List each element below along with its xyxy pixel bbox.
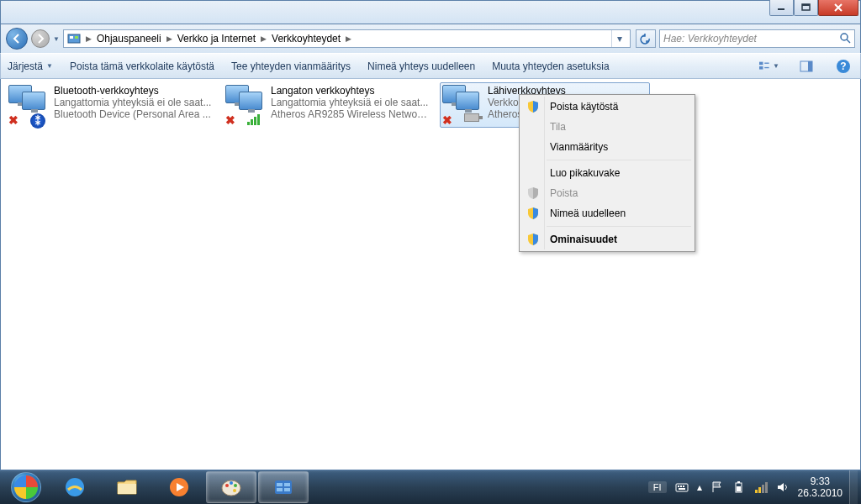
preview-pane-button[interactable] bbox=[796, 57, 816, 76]
menu-rename[interactable]: Nimeä uudelleen bbox=[521, 203, 693, 223]
svg-point-20 bbox=[230, 481, 233, 485]
breadcrumb-item[interactable]: Ohjauspaneeli bbox=[97, 33, 161, 45]
svg-rect-16 bbox=[118, 484, 136, 494]
connection-icon: ✖ bbox=[225, 85, 266, 125]
connection-name: Langaton verkkoyhteys bbox=[271, 85, 430, 97]
taskbar: FI ▴ 9:33 26.3.2010 bbox=[0, 470, 861, 504]
svg-point-6 bbox=[841, 34, 848, 40]
svg-rect-32 bbox=[679, 488, 685, 490]
bluetooth-icon: ⁑ bbox=[30, 113, 45, 125]
disconnected-x-icon: ✖ bbox=[225, 113, 237, 125]
tray-time: 9:33 bbox=[798, 475, 843, 487]
volume-icon[interactable] bbox=[776, 480, 790, 494]
chevron-down-icon: ▼ bbox=[46, 62, 53, 70]
svg-rect-31 bbox=[683, 486, 684, 487]
svg-rect-5 bbox=[75, 36, 78, 39]
diagnose-button[interactable]: Tee yhteyden vianmääritys bbox=[231, 60, 351, 72]
connection-device: Atheros AR9285 Wireless Network... bbox=[271, 108, 430, 120]
svg-rect-36 bbox=[755, 490, 758, 493]
disconnected-x-icon: ✖ bbox=[8, 113, 20, 125]
menu-diagnose[interactable]: Vianmääritys bbox=[521, 137, 693, 157]
search-input[interactable]: Hae: Verkkoyhteydet bbox=[659, 29, 855, 48]
svg-rect-8 bbox=[759, 66, 763, 70]
language-indicator[interactable]: FI bbox=[648, 481, 667, 493]
forward-button[interactable] bbox=[31, 29, 50, 48]
svg-rect-39 bbox=[765, 482, 768, 493]
menu-separator bbox=[547, 226, 691, 227]
tray-chevron-icon[interactable]: ▴ bbox=[697, 481, 702, 493]
connection-item-wifi[interactable]: ✖ Langaton verkkoyhteys Langattomia yhte… bbox=[223, 82, 433, 128]
breadcrumb-sep-icon: ▶ bbox=[344, 34, 353, 43]
menu-delete: Poista bbox=[521, 183, 693, 203]
windows-orb-icon bbox=[11, 472, 41, 502]
back-button[interactable] bbox=[6, 28, 28, 50]
connection-name: Bluetooth-verkkoyhteys bbox=[54, 85, 214, 97]
close-button[interactable] bbox=[818, 0, 858, 16]
shield-icon bbox=[526, 233, 540, 246]
svg-point-19 bbox=[225, 484, 229, 487]
svg-rect-24 bbox=[277, 483, 283, 486]
address-bar[interactable]: ▶ Ohjauspaneeli ▶ Verkko ja Internet ▶ V… bbox=[63, 29, 631, 48]
tray-clock[interactable]: 9:33 26.3.2010 bbox=[798, 475, 843, 499]
window-titlebar bbox=[0, 0, 861, 24]
svg-rect-25 bbox=[284, 483, 290, 486]
shield-icon bbox=[526, 100, 540, 113]
connection-status: Langattomia yhteyksiä ei ole saat... bbox=[54, 97, 214, 108]
maximize-button[interactable] bbox=[794, 0, 818, 16]
menu-shortcut[interactable]: Luo pikakuvake bbox=[521, 163, 693, 183]
breadcrumb-item[interactable]: Verkkoyhteydet bbox=[272, 33, 341, 45]
svg-rect-37 bbox=[758, 487, 761, 493]
connection-device: Bluetooth Device (Personal Area ... bbox=[54, 108, 214, 120]
svg-rect-10 bbox=[764, 66, 769, 67]
address-dropdown-icon[interactable]: ▾ bbox=[611, 30, 626, 47]
taskbar-paint[interactable] bbox=[206, 471, 256, 503]
shield-icon bbox=[526, 207, 540, 220]
menu-disable[interactable]: Poista käytöstä bbox=[521, 97, 693, 117]
breadcrumb-item[interactable]: Verkko ja Internet bbox=[177, 33, 256, 45]
menu-separator bbox=[547, 160, 691, 160]
chevron-down-icon: ▼ bbox=[773, 62, 779, 70]
network-tray-icon[interactable] bbox=[754, 480, 768, 494]
view-options-button[interactable]: ▼ bbox=[759, 57, 779, 76]
show-desktop-button[interactable] bbox=[849, 470, 858, 504]
context-menu: Poista käytöstä Tila Vianmääritys Luo pi… bbox=[519, 94, 695, 252]
taskbar-app[interactable] bbox=[258, 471, 309, 503]
search-placeholder: Hae: Verkkoyhteydet bbox=[663, 33, 757, 45]
minimize-button[interactable] bbox=[769, 0, 794, 16]
organize-menu[interactable]: Järjestä ▼ bbox=[8, 60, 53, 72]
refresh-button[interactable] bbox=[636, 29, 656, 48]
change-settings-button[interactable]: Muuta yhteyden asetuksia bbox=[492, 60, 609, 72]
connection-icon: ✖ ⁑ bbox=[8, 85, 49, 125]
keyboard-icon[interactable] bbox=[675, 480, 689, 494]
menu-properties[interactable]: Ominaisuudet bbox=[521, 229, 693, 249]
connection-status: Langattomia yhteyksiä ei ole saat... bbox=[271, 97, 430, 108]
navigation-bar: ▼ ▶ Ohjauspaneeli ▶ Verkko ja Internet ▶… bbox=[0, 24, 861, 53]
svg-rect-30 bbox=[680, 486, 682, 487]
flag-icon[interactable] bbox=[710, 480, 724, 494]
control-panel-icon bbox=[67, 32, 81, 45]
svg-rect-12 bbox=[808, 61, 812, 71]
taskbar-explorer[interactable] bbox=[102, 471, 152, 503]
svg-rect-29 bbox=[678, 486, 679, 487]
svg-rect-26 bbox=[277, 488, 283, 491]
svg-text:?: ? bbox=[840, 60, 846, 72]
taskbar-ie[interactable] bbox=[50, 471, 100, 503]
taskbar-mediaplayer[interactable] bbox=[154, 471, 204, 503]
disable-adapter-button[interactable]: Poista tämä verkkolaite käytöstä bbox=[70, 60, 214, 72]
menu-status: Tila bbox=[521, 117, 693, 137]
history-dropdown-icon[interactable]: ▼ bbox=[53, 35, 60, 43]
connection-icon: ✖ bbox=[442, 85, 483, 125]
svg-rect-0 bbox=[778, 8, 784, 10]
svg-rect-23 bbox=[275, 480, 292, 494]
help-button[interactable]: ? bbox=[833, 57, 853, 76]
rename-button[interactable]: Nimeä yhteys uudelleen bbox=[367, 60, 475, 72]
battery-icon[interactable] bbox=[732, 480, 746, 494]
svg-rect-35 bbox=[737, 486, 741, 491]
wifi-icon bbox=[247, 113, 262, 125]
svg-rect-38 bbox=[762, 485, 764, 493]
connection-item-bluetooth[interactable]: ✖ ⁑ Bluetooth-verkkoyhteys Langattomia y… bbox=[6, 82, 216, 128]
svg-rect-4 bbox=[70, 36, 73, 39]
svg-point-21 bbox=[234, 484, 237, 487]
svg-rect-27 bbox=[284, 488, 290, 491]
start-button[interactable] bbox=[3, 470, 49, 504]
